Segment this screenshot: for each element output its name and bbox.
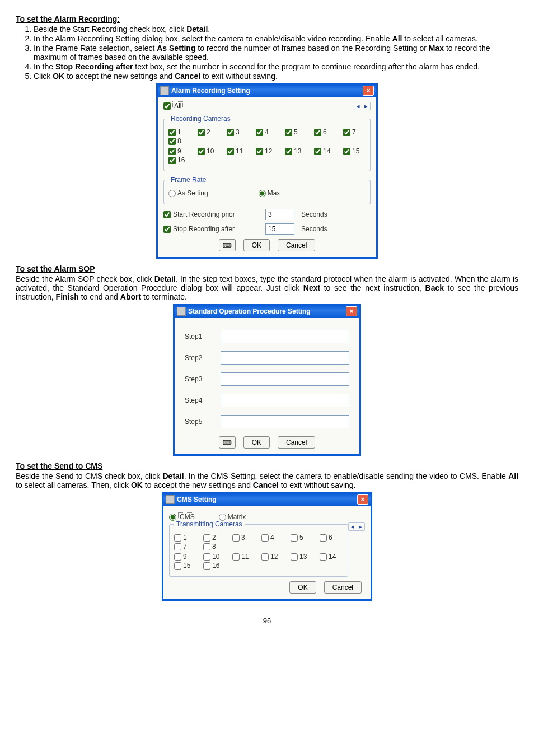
t: Beside the Alarm SOP check box, click [16,274,152,283]
matrix-radio[interactable]: Matrix [219,513,246,521]
stop-after-check[interactable]: Stop Recording after [163,225,259,233]
frame-rate-legend: Frame Rate [168,176,208,184]
cam-11[interactable]: 11 [227,147,249,155]
keyboard-icon: ⌨ [223,242,232,249]
ok-button[interactable]: OK [243,436,270,449]
rec-cams-legend: Recording Cameras [168,115,233,123]
section3-body: Beside the Send to CMS check box, click … [16,472,518,489]
recording-cameras-group: Recording Cameras 1 2 3 4 5 6 7 8 9 10 1… [163,115,371,171]
keyboard-button[interactable]: ⌨ [219,436,236,449]
start-prior-input[interactable] [265,209,294,220]
cms-cam-1[interactable]: 1 [174,534,196,542]
cms-cam-4[interactable]: 4 [261,534,284,542]
step5-input[interactable] [221,415,349,428]
start-prior-check[interactable]: Start Recording prior [163,211,259,218]
stop-after-row: Stop Recording after Seconds [163,223,371,235]
cam-6[interactable]: 6 [314,128,336,136]
cms-cam-13[interactable]: 13 [291,553,313,561]
frame-rate-group: Frame Rate As Setting Max [163,176,371,204]
cms-dlg-titlebar: CMS Setting × [163,493,371,506]
t: Beside the Send to CMS check box, click [16,472,160,480]
page-number: 96 [16,617,518,625]
cancel-button[interactable]: Cancel [324,581,362,594]
close-icon[interactable]: × [363,86,374,96]
t: Detail [163,472,184,480]
cms-cam-10[interactable]: 10 [203,553,226,561]
all-word: All [392,34,402,43]
cms-cam-15[interactable]: 15 [174,562,196,570]
step-4: In the Stop Recording after text box, se… [34,62,518,71]
t: to end and [81,292,118,301]
cam-8[interactable]: 8 [168,137,191,145]
pager[interactable]: ◂▸ [348,522,365,531]
close-icon[interactable]: × [357,494,368,505]
cms-cam-3[interactable]: 3 [232,534,255,542]
cam-4[interactable]: 4 [256,128,278,136]
trans-cams-legend: Transmitting Cameras [174,520,245,528]
max-word: Max [429,44,444,53]
all-checkbox-input[interactable] [163,102,171,110]
keyboard-button[interactable]: ⌨ [219,239,236,251]
detail-word: Detail [186,25,208,34]
step1-input[interactable] [221,330,349,343]
max-radio[interactable]: Max [259,189,281,197]
sop-dlg-title: Standard Operation Procedure Setting [188,307,311,315]
step2-input[interactable] [221,351,349,365]
alarm-dlg-titlebar: Alarm Recording Setting × [158,85,376,97]
close-icon[interactable]: × [346,306,357,316]
t: to select all cameras. Then, click [16,480,129,489]
cam-9[interactable]: 9 [168,147,191,155]
cms-dlg-title: CMS Setting [177,496,217,503]
t: to see the next instruction, [324,283,421,292]
t: to select all cameras. [404,34,478,43]
cam-13[interactable]: 13 [285,147,307,155]
app-icon [166,495,175,504]
cms-cam-11[interactable]: 11 [232,553,255,561]
step3-input[interactable] [221,372,349,386]
pager-left-icon[interactable]: ◂ [349,523,357,530]
stop-after-input[interactable] [265,223,294,235]
step-2: In the Alarm Recording Setting dialog bo… [34,34,518,43]
pager-right-icon[interactable]: ▸ [362,102,370,110]
t: In the Alarm Recording Setting dialog bo… [34,34,390,43]
cam-12[interactable]: 12 [256,147,278,155]
cam-2[interactable]: 2 [198,128,220,136]
pager-left-icon[interactable]: ◂ [354,102,362,110]
all-label: All [172,101,183,110]
cms-cam-7[interactable]: 7 [174,543,196,550]
cam-5[interactable]: 5 [285,128,307,136]
cam-16[interactable]: 16 [168,156,191,164]
t: Beside the Start Recording check box, cl… [34,25,184,34]
cam-7[interactable]: 7 [343,128,366,136]
cms-cam-14[interactable]: 14 [320,553,342,561]
cancel-button[interactable]: Cancel [278,239,315,251]
all-checkbox[interactable]: All [163,101,186,110]
cms-cam-5[interactable]: 5 [291,534,313,542]
section2-body: Beside the Alarm SOP check box, click De… [16,274,518,301]
pager-right-icon[interactable]: ▸ [357,523,364,530]
cms-dialog: CMS Setting × CMS Matrix ◂▸ Transmitting… [162,492,372,601]
t: to accept the new settings and [145,480,251,489]
step4-input[interactable] [221,394,349,407]
t: Next [303,283,320,292]
t: to exit without saving. [281,480,356,489]
cms-cam-8[interactable]: 8 [203,543,226,550]
cam-3[interactable]: 3 [227,128,249,136]
cam-15[interactable]: 15 [343,147,366,155]
cms-row-2: 9 10 11 12 13 14 15 16 [174,553,343,570]
as-setting-radio[interactable]: As Setting [168,189,208,197]
ok-button[interactable]: OK [289,581,316,594]
cam-1[interactable]: 1 [168,128,191,136]
cam-14[interactable]: 14 [314,147,336,155]
pager[interactable]: ◂▸ [354,102,371,110]
cancel-button[interactable]: Cancel [278,436,315,449]
cam-10[interactable]: 10 [198,147,220,155]
ok-button[interactable]: OK [243,239,270,251]
cms-cam-16[interactable]: 16 [203,562,226,570]
step-1: Beside the Start Recording check box, cl… [34,25,518,34]
cms-cam-2[interactable]: 2 [203,534,226,542]
cms-cam-6[interactable]: 6 [320,534,342,542]
cms-cam-12[interactable]: 12 [261,553,284,561]
cms-cam-9[interactable]: 9 [174,553,196,561]
alarm-recording-dialog: Alarm Recording Setting × All ◂▸ Recordi… [156,83,378,259]
